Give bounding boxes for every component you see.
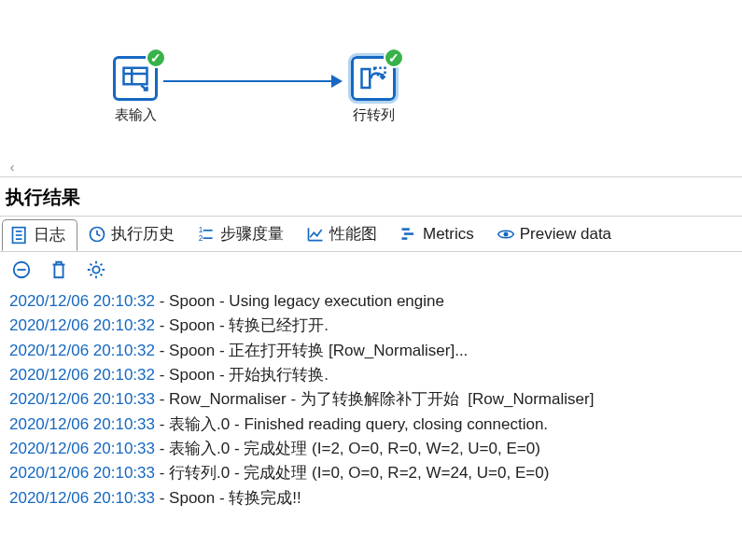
history-icon bbox=[88, 225, 106, 244]
log-line: 2020/12/06 20:10:33 - Row_Normaliser - 为… bbox=[9, 387, 733, 412]
stop-icon bbox=[11, 259, 32, 280]
back-button[interactable]: ‹ bbox=[4, 158, 21, 176]
tab-metrics[interactable]: Metrics bbox=[391, 218, 486, 250]
list-icon: 12 bbox=[197, 225, 216, 244]
pivot-step[interactable]: 行转列 bbox=[345, 56, 401, 124]
log-line: 2020/12/06 20:10:33 - Spoon - 转换完成!! bbox=[9, 486, 733, 511]
results-title: 执行结果 bbox=[0, 177, 742, 217]
tab-perf-graph[interactable]: 性能图 bbox=[298, 218, 389, 250]
results-tabs: 日志 执行历史 12 步骤度量 性能图 Metrics Preview data bbox=[0, 217, 742, 252]
tab-log[interactable]: 日志 bbox=[2, 219, 77, 251]
tab-label: 性能图 bbox=[329, 223, 377, 245]
eye-icon bbox=[497, 225, 515, 244]
svg-point-17 bbox=[503, 231, 508, 236]
log-line: 2020/12/06 20:10:32 - Spoon - 正在打开转换 [Ro… bbox=[9, 339, 733, 363]
svg-rect-16 bbox=[402, 237, 408, 240]
chart-icon bbox=[306, 225, 325, 244]
svg-rect-15 bbox=[404, 232, 413, 235]
log-line: 2020/12/06 20:10:32 - Spoon - 开始执行转换. bbox=[9, 363, 733, 387]
hop-arrow[interactable] bbox=[163, 80, 341, 82]
svg-rect-0 bbox=[124, 68, 147, 85]
svg-rect-14 bbox=[402, 228, 410, 231]
tab-label: Preview data bbox=[520, 225, 611, 244]
log-line: 2020/12/06 20:10:33 - 行转列.0 - 完成处理 (I=0,… bbox=[9, 461, 733, 485]
table-input-icon bbox=[121, 64, 149, 92]
gantt-icon bbox=[399, 225, 418, 244]
log-line: 2020/12/06 20:10:32 - Spoon - 转换已经打开. bbox=[9, 314, 733, 338]
svg-text:2: 2 bbox=[199, 232, 203, 242]
graph-canvas[interactable]: 表输入 行转列 ‹ bbox=[0, 0, 742, 177]
settings-button[interactable] bbox=[84, 258, 108, 282]
tab-label: 步骤度量 bbox=[220, 223, 284, 245]
trash-icon bbox=[49, 259, 69, 280]
success-badge-icon bbox=[384, 48, 404, 68]
tab-preview[interactable]: Preview data bbox=[488, 218, 623, 250]
tab-step-metrics[interactable]: 12 步骤度量 bbox=[189, 218, 296, 250]
log-toolbar bbox=[0, 252, 742, 287]
clear-button[interactable] bbox=[47, 258, 71, 282]
log-line: 2020/12/06 20:10:32 - Spoon - Using lega… bbox=[9, 289, 733, 314]
tab-label: 日志 bbox=[34, 224, 65, 245]
success-badge-icon bbox=[146, 48, 166, 68]
stop-button[interactable] bbox=[9, 258, 34, 282]
tab-label: 执行历史 bbox=[111, 223, 175, 245]
row-to-column-icon bbox=[359, 64, 387, 92]
step-label: 行转列 bbox=[345, 106, 401, 124]
svg-rect-3 bbox=[362, 69, 371, 88]
step-label: 表输入 bbox=[107, 106, 163, 124]
svg-point-20 bbox=[92, 266, 99, 273]
log-line: 2020/12/06 20:10:33 - 表输入.0 - Finished r… bbox=[9, 413, 733, 437]
tab-label: Metrics bbox=[423, 225, 474, 244]
log-output[interactable]: 2020/12/06 20:10:32 - Spoon - Using lega… bbox=[0, 287, 742, 512]
gear-icon bbox=[86, 259, 106, 280]
log-line: 2020/12/06 20:10:33 - 表输入.0 - 完成处理 (I=2,… bbox=[9, 437, 733, 461]
tab-history[interactable]: 执行历史 bbox=[79, 218, 187, 250]
log-icon bbox=[10, 226, 29, 245]
input-step[interactable]: 表输入 bbox=[107, 56, 163, 124]
